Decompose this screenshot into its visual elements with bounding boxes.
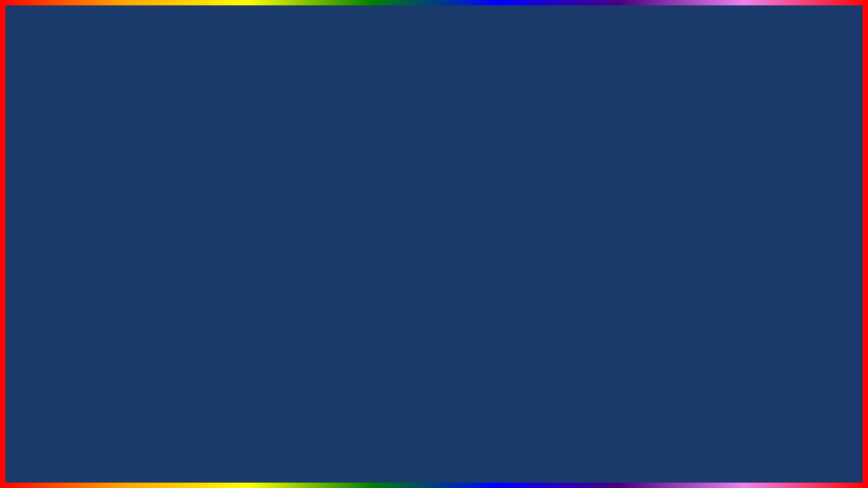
buy-chip-select-label: Buy Chip Select — [598, 323, 799, 338]
bottom-script: SCRIPT — [433, 420, 570, 464]
fast-attack-label: Fast Attack — [123, 249, 323, 264]
auto-start-dungeon-label: Auto Start Go To Dungeon — [598, 344, 784, 359]
delete-attack-fix-toggle[interactable] — [323, 333, 338, 342]
auto-farm-level-label: Auto Farm Level — [123, 228, 323, 243]
right-nav-race[interactable]: Race — [534, 251, 588, 268]
panel-title: Menu AutoFarm — [120, 211, 341, 224]
auto-farm-level-row: Auto Farm Level — [120, 227, 341, 245]
right-header-right: NightControl — [570, 201, 612, 209]
magnet-row: Magnet — [120, 288, 341, 306]
nav-combat[interactable]: Combat — [59, 276, 113, 292]
auto-farm-dungeon-row: Auto Farm Dungeon — [595, 222, 802, 239]
magnet-label: Magnet — [123, 289, 323, 304]
right-nav: Menu Stats Race Teleport Combat Item Dev… — [534, 216, 588, 369]
auto-awakener-label: Auto Awakener — [598, 243, 784, 258]
side-number-2: 1159 — [7, 390, 33, 405]
super-line1: SUPER — [561, 156, 814, 195]
right-panel-content: Auto Farm Dungeon Auto Awakener Select C… — [588, 216, 809, 369]
right-nav-teleport[interactable]: Teleport — [534, 268, 588, 284]
right-panel-body: Menu Stats Race Teleport Combat Item Dev… — [534, 212, 809, 372]
close-button[interactable] — [333, 192, 341, 201]
auto-awakener-row: Auto Awakener — [595, 242, 802, 260]
right-nav-item[interactable]: Item — [534, 300, 588, 317]
delete-attack-fix-label: Delete Attack Fix — [123, 330, 323, 345]
auto-buy-chip-toggle[interactable] — [784, 306, 799, 314]
bf-logo: BLOX FRUITS — [663, 439, 834, 468]
auto-chest-toggle[interactable] — [323, 313, 338, 321]
delete-attack-fix-row: Delete Attack Fix — [120, 329, 341, 346]
select-dungeon-row: Auto Select Dungeon — [595, 281, 802, 299]
auto-chest-row: Auto Chest — [120, 308, 341, 326]
fast-attack-toggle[interactable] — [323, 252, 338, 260]
magnet-toggle[interactable] — [323, 293, 338, 301]
auto-farm-dungeon-label: Auto Farm Dungeon — [598, 223, 784, 238]
bf-logo-text: BLOX FRUITS — [663, 439, 834, 468]
select-dungeon-toggle[interactable] — [784, 286, 799, 294]
side-numbers: 1,755 1159 11555 — [7, 375, 33, 420]
right-panel-header: ONE NightControl — [534, 198, 809, 212]
title-container: BLOX FRUITS — [0, 14, 868, 88]
set-spawn-points-label: Set Spawn Points — [123, 269, 323, 284]
auto-buy-chip-label: Auto Buy Chip — [598, 303, 784, 318]
left-panel-body: Menu Stats Race Teleport Combat Item Dev… — [59, 204, 348, 364]
executor-time: Executor Time: 25/07/2022 [ ID ] — [66, 192, 173, 201]
set-spawn-points-row: Set Spawn Points — [120, 268, 341, 285]
main-title: BLOX FRUITS — [0, 14, 868, 88]
nav-stats[interactable]: Stats — [59, 227, 113, 243]
auto-chest-label: Auto Chest — [123, 310, 323, 325]
energy-glow — [373, 122, 495, 271]
auto-start-dungeon-toggle[interactable] — [784, 347, 799, 355]
auto-awakener-toggle[interactable] — [784, 247, 799, 255]
side-number-3: 11555 — [7, 405, 33, 420]
nav-misc[interactable]: Misc — [59, 341, 113, 357]
nav-devil-fruit[interactable]: Devil Fruit — [59, 308, 113, 325]
buy-chip-select-row[interactable]: Buy Chip Select — [595, 322, 802, 340]
right-nav-devil-fruit[interactable]: Devil Fruit — [534, 317, 588, 333]
left-panel-header: Executor Time: 25/07/2022 [ ID ] — [59, 190, 348, 204]
select-chips-display: Select Chips : Bird: Phoenix — [595, 262, 802, 279]
left-panel: Executor Time: 25/07/2022 [ ID ] Menu St… — [58, 188, 349, 365]
fast-attack-row: Fast Attack — [120, 247, 341, 265]
nav-raids[interactable]: Raids — [59, 325, 113, 341]
auto-buy-chip-row: Auto Buy Chip — [595, 302, 802, 319]
nav-race[interactable]: Race — [59, 243, 113, 260]
right-nav-raids[interactable]: Raids — [534, 333, 588, 349]
set-spawn-points-toggle[interactable] — [323, 272, 338, 281]
nav-teleport[interactable]: Teleport — [59, 260, 113, 276]
right-nav-combat[interactable]: Combat — [534, 284, 588, 300]
right-nav-menu[interactable]: Menu — [534, 219, 588, 235]
bottom-auto-farm: AUTO FARM — [105, 405, 427, 468]
auto-farm-level-toggle[interactable] — [323, 232, 338, 240]
right-panel: ONE NightControl Menu Stats Race Telepor… — [532, 197, 810, 373]
select-dungeon-label: Auto Select Dungeon — [598, 283, 784, 298]
select-chips-label: Select Chips : Bird: Phoenix — [648, 266, 749, 275]
left-nav: Menu Stats Race Teleport Combat Item Dev… — [59, 207, 113, 361]
left-panel-content: Menu AutoFarm Auto Farm Level Fast Attac… — [113, 207, 348, 361]
auto-farm-dungeon-toggle[interactable] — [784, 226, 799, 235]
side-number-1: 1,755 — [7, 375, 33, 390]
right-nav-misc[interactable]: Misc — [534, 349, 588, 365]
right-nav-stats[interactable]: Stats — [534, 235, 588, 251]
nav-menu[interactable]: Menu — [59, 211, 113, 227]
auto-start-dungeon-row: Auto Start Go To Dungeon — [595, 342, 802, 360]
right-header-left: ONE — [540, 201, 557, 209]
nav-item[interactable]: Item — [59, 292, 113, 308]
